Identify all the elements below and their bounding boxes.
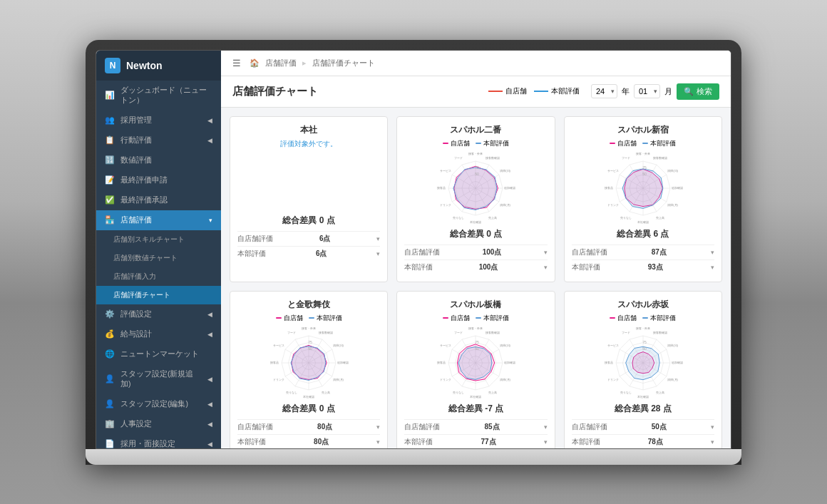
card-legend-dot-pink [276,317,282,319]
store-icon: 🏪 [105,215,115,225]
self-score-row[interactable]: 自店舗評価 6点 ▾ [237,231,380,246]
svg-marker-145 [626,346,660,379]
sidebar-subitem-skill-chart[interactable]: 店舗別スキルチャート [96,230,221,249]
sidebar-item-newton-market[interactable]: 🌐 ニュートンマーケット [96,344,221,364]
laptop-base [86,449,741,465]
svg-text:接客数確認: 接客数確認 [319,331,333,334]
svg-text:75: 75 [476,165,480,169]
svg-text:売上高: 売上高 [656,390,664,394]
self-score-row[interactable]: 自店舗評価 80点 ▾ [237,419,380,434]
card-legend-dot-blue [309,317,314,319]
svg-text:売りなし: 売りなし [453,390,464,394]
sidebar-item-dashboard[interactable]: 📊 ダッシュボード（ニュートン） [96,81,221,110]
sidebar-label-eval-settings: 評価設定 [120,309,152,319]
svg-text:接客品: 接客品 [605,186,613,190]
sidebar-item-behavior[interactable]: 📋 行動評価 ◀ [96,130,221,150]
self-score-row[interactable]: 自店舗評価 50点 ▾ [572,419,714,434]
store-card: スパホル赤坂 自店舗 本部評価 接客・外来接客数確認清掃(日)追加確認清掃(月)… [564,291,722,448]
total-diff: 総合差異 6 点 [617,228,669,240]
card-legend-dot-blue [476,317,481,319]
sidebar-item-latest-apply[interactable]: 📝 最終評価申請 [96,170,221,190]
hq-score-row[interactable]: 本部評価 80点 ▾ [237,434,380,448]
card-legend-hq: 本部評価 [309,314,342,323]
self-score-label: 自店舗評価 [572,422,607,432]
sidebar-item-numeric[interactable]: 🔢 数値評価 [96,150,221,170]
sidebar-subitem-numeric-chart[interactable]: 店舗別数値チャート [96,249,221,267]
hq-score-row[interactable]: 本部評価 6点 ▾ [237,246,380,261]
svg-text:フード: フード [622,156,630,160]
sidebar-item-staff-add[interactable]: 👤 スタッフ設定(新規追加) ◀ [96,364,221,394]
svg-text:接客・外来: 接客・外来 [468,153,483,155]
card-legend: 自店舗 本部評価 [610,314,676,323]
month-select[interactable]: 01 [634,84,660,98]
year-select[interactable]: 24 [591,84,617,98]
card-legend-self: 自店舗 [610,314,637,323]
hiring-icon: 📄 [105,439,115,448]
svg-text:接客・外来: 接客・外来 [636,327,650,330]
sidebar-label-staff-add: スタッフ設定(新規追加) [120,369,203,389]
card-legend-dot-blue [642,143,648,144]
hamburger-icon[interactable]: ☰ [232,58,241,68]
card-legend: 自店舗 本部評価 [610,139,676,148]
svg-text:清掃(月): 清掃(月) [667,378,678,381]
svg-text:売りなし: 売りなし [620,390,632,394]
sidebar-label-market: ニュートンマーケット [120,349,199,359]
sidebar-label-salary: 給与設計 [120,329,152,339]
svg-text:本社確認: 本社確認 [303,395,314,398]
sidebar-item-latest-approval[interactable]: ✅ 最終評価承認 [96,190,221,210]
hq-score-chevron: ▾ [544,438,548,446]
chevron-icon: ◀ [207,117,212,124]
svg-text:ドリンク: ドリンク [441,378,452,381]
card-legend-dot-blue [642,317,648,319]
radar-chart: 接客・外来接客数確認清掃(日)追加確認清掃(月)売上高本社確認売りなしドリンク接… [266,327,351,398]
total-diff: 総合差異 28 点 [615,403,672,415]
page-header: 店舗評価チャート 自店舗 本部評価 [221,76,731,108]
card-legend: 自店舗 本部評価 [443,139,509,148]
self-score-row[interactable]: 自店舗評価 100点 ▾ [404,245,547,259]
sidebar-item-hr[interactable]: 🏢 人事設定 ◀ [96,414,221,434]
sidebar-item-staff-edit[interactable]: 👤 スタッフ設定(編集) ◀ [96,394,221,414]
self-score-chevron: ▾ [711,423,714,431]
filter-group: 24 年 01 月 🔍 検索 [591,83,719,100]
self-score-label: 自店舗評価 [237,234,273,244]
sidebar-item-eval-settings[interactable]: ⚙️ 評価設定 ◀ [96,304,221,324]
eval-settings-chevron: ◀ [207,311,212,318]
svg-text:追加確認: 追加確認 [672,361,683,364]
laptop-screen: N Newton 📊 ダッシュボード（ニュートン） 👥 採用管理 ◀ 📋 行動評… [96,50,731,449]
self-score-row[interactable]: 自店舗評価 87点 ▾ [572,245,714,259]
svg-text:サービス: サービス [441,169,452,173]
svg-text:清掃(日): 清掃(日) [667,169,678,173]
svg-text:売上高: 売上高 [656,215,664,219]
hq-score-value: 80点 [314,437,329,447]
sidebar-item-salary[interactable]: 💰 給与設計 ◀ [96,324,221,344]
hq-score-row[interactable]: 本部評価 78点 ▾ [572,434,714,448]
store-card: スパホル板橋 自店舗 本部評価 接客・外来接客数確認清掃(日)追加確認清掃(月)… [396,291,555,448]
search-button[interactable]: 🔍 検索 [677,83,719,100]
sidebar-label-store-eval: 店舗評価 [120,215,152,225]
svg-text:75: 75 [642,165,647,169]
sidebar-item-recruit[interactable]: 👥 採用管理 ◀ [96,110,221,130]
staff-edit-icon: 👤 [105,399,115,408]
hq-score-row[interactable]: 本部評価 93点 ▾ [572,259,714,274]
self-score-row[interactable]: 自店舗評価 85点 ▾ [404,419,547,434]
hq-score-row[interactable]: 本部評価 77点 ▾ [404,434,547,448]
svg-text:追加確認: 追加確認 [672,186,683,190]
card-legend-hq-label: 本部評価 [483,139,509,148]
sidebar-subitem-eval-chart[interactable]: 店舗評価チャート [96,286,221,304]
sidebar-item-hiring[interactable]: 📄 採用・面接設定 ◀ [96,434,221,448]
sidebar-label-staff-edit: スタッフ設定(編集) [120,399,188,409]
sidebar-subitem-eval-input[interactable]: 店舗評価入力 [96,267,221,286]
svg-text:フード: フード [622,331,630,334]
hq-score-row[interactable]: 本部評価 100点 ▾ [404,259,547,274]
legend: 自店舗 本部評価 [488,86,580,96]
card-legend-self: 自店舗 [276,314,303,323]
topbar-separator: ▸ [302,58,307,68]
store-name: 本社 [300,124,317,136]
sidebar-sublabel-numeric: 店舗別数値チャート [113,253,178,263]
sidebar-item-store-eval[interactable]: 🏪 店舗評価 ▾ [96,210,221,230]
sidebar-label-dashboard: ダッシュボード（ニュートン） [120,86,212,106]
store-name: スパホル板橋 [450,299,501,311]
year-select-wrap: 24 [591,84,617,98]
svg-text:売りなし: 売りなし [620,215,632,219]
hq-score-chevron: ▾ [376,250,380,257]
